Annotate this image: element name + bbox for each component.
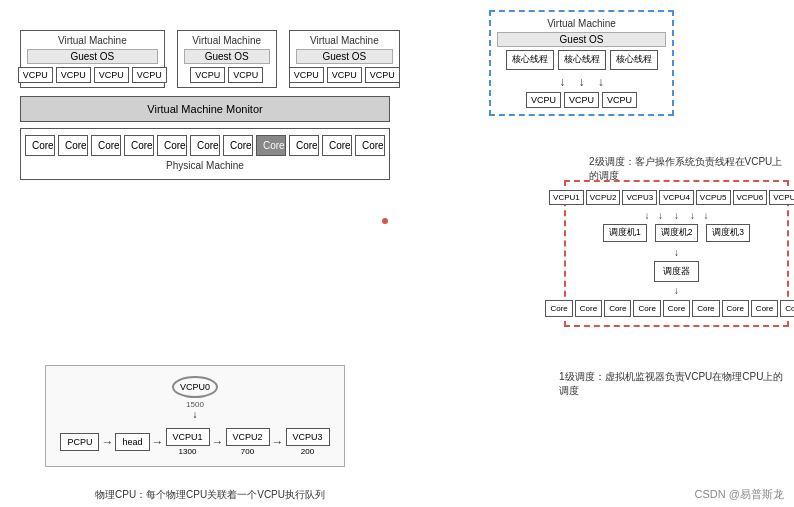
vcpu-cell: VCPU [289, 67, 324, 83]
vm3-guest-os: Guest OS [296, 49, 393, 64]
top-right-vcpu-row: VCPU VCPU VCPU [497, 92, 666, 108]
core-cell: Core [58, 135, 88, 156]
vcpu-cell: VCPU [94, 67, 129, 83]
vcpu1-num: 1300 [166, 447, 210, 456]
vcpu-top-cell: VCPU7 [769, 190, 794, 205]
vm-box-1: Virtual Machine Guest OS VCPU VCPU VCPU … [20, 30, 165, 88]
diagram-container: Virtual Machine Guest OS VCPU VCPU VCPU … [0, 0, 794, 507]
core-cell: Core [157, 135, 187, 156]
vcpu-cell: VCPU [602, 92, 637, 108]
kernel-box: 核心线程 [610, 50, 658, 70]
vm3-vcpu-row: VCPU VCPU VCPU [296, 67, 393, 83]
vcpu-cell: VCPU [132, 67, 167, 83]
sched-node-1: 调度机1 [603, 224, 647, 242]
vm-row: Virtual Machine Guest OS VCPU VCPU VCPU … [20, 30, 400, 88]
vcpu0-label: VCPU0 [172, 376, 218, 398]
core-bottom-cell: Core [575, 300, 602, 317]
mid-arrow-3: ↓ [574, 285, 779, 296]
vm2-guest-os: Guest OS [184, 49, 270, 64]
bottom-arrow-down: ↓ [56, 409, 334, 420]
vcpu-cell: VCPU [18, 67, 53, 83]
vcpu-top-cell: VCPU4 [659, 190, 694, 205]
queue-row: PCPU → head → VCPU1 1300 → VCPU2 700 → V… [56, 428, 334, 456]
vcpu-top-cell: VCPU3 [622, 190, 657, 205]
vmm-bar: Virtual Machine Monitor [20, 96, 390, 122]
bottom-caption: 物理CPU：每个物理CPU关联着一个VCPU执行队列 [30, 488, 390, 502]
arrow-right-4: → [272, 435, 284, 449]
core-bottom-cell: Core [545, 300, 572, 317]
vcpu-cell: VCPU [327, 67, 362, 83]
vcpu0-area: VCPU0 1500 [56, 376, 334, 409]
core-cell: Core [190, 135, 220, 156]
vcpu-cell: VCPU [365, 67, 400, 83]
head-wrapper: head [115, 433, 149, 451]
bottom-diagram: VCPU0 1500 ↓ PCPU → head → VCPU1 1300 → … [30, 365, 360, 467]
vcpu1-box: VCPU1 [166, 428, 210, 446]
kernel-box: 核心线程 [558, 50, 606, 70]
arrow-right-2: → [152, 435, 164, 449]
vcpu-top-cell: VCPU5 [696, 190, 731, 205]
top-right-vm: Virtual Machine Guest OS 核心线程 核心线程 核心线程 … [489, 10, 674, 116]
core-cell: Core [91, 135, 121, 156]
vm1-guest-os: Guest OS [27, 49, 158, 64]
core-cell: Core [322, 135, 352, 156]
pcpu-box: PCPU [60, 433, 99, 451]
sched-node-2: 调度机2 [655, 224, 699, 242]
vm2-title: Virtual Machine [184, 35, 270, 46]
vcpu3-wrapper: VCPU3 200 [286, 428, 330, 456]
core-bottom-row: Core Core Core Core Core Core Core Core … [574, 300, 779, 317]
core-bottom-cell: Core [780, 300, 794, 317]
vcpu2-wrapper: VCPU2 700 [226, 428, 270, 456]
level1-caption: 1级调度：虚拟机监视器负责VCPU在物理CPU上的调度 [559, 370, 789, 398]
vcpu-cell: VCPU [190, 67, 225, 83]
top-right-vm-title: Virtual Machine [497, 18, 666, 29]
core-row: Core Core Core Core Core Core Core Core … [29, 135, 381, 156]
vcpu1-wrapper: VCPU1 1300 [166, 428, 210, 456]
vm3-title: Virtual Machine [296, 35, 393, 46]
vm-box-2: Virtual Machine Guest OS VCPU VCPU [177, 30, 277, 88]
physical-machine: Core Core Core Core Core Core Core Core … [20, 128, 390, 180]
bottom-diagram-inner: VCPU0 1500 ↓ PCPU → head → VCPU1 1300 → … [45, 365, 345, 467]
core-bottom-cell: Core [722, 300, 749, 317]
dispatcher: 调度器 [654, 261, 699, 282]
vcpu3-box: VCPU3 [286, 428, 330, 446]
mid-arrows-1: ↓ ↓ ↓ ↓ ↓ [574, 210, 779, 221]
arrow-right-3: → [212, 435, 224, 449]
scheduler-box: VCPU1 VCPU2 VCPU3 VCPU4 VCPU5 VCPU6 VCPU… [564, 180, 789, 327]
kernel-box: 核心线程 [506, 50, 554, 70]
vcpu-cell: VCPU [228, 67, 263, 83]
head-box: head [115, 433, 149, 451]
vcpu-top-cell: VCPU6 [733, 190, 768, 205]
vcpu-top-cell: VCPU1 [549, 190, 584, 205]
core-cell: Core [124, 135, 154, 156]
core-bottom-cell: Core [633, 300, 660, 317]
scheduler-mid: 调度机1 调度机2 调度机3 [574, 224, 779, 242]
vcpu-cell: VCPU [56, 67, 91, 83]
vcpu2-num: 700 [226, 447, 270, 456]
core-bottom-cell: Core [692, 300, 719, 317]
sched-node-3: 调度机3 [706, 224, 750, 242]
level2-caption: 2级调度：客户操作系统负责线程在VCPU上的调度 [589, 155, 789, 183]
vcpu2-box: VCPU2 [226, 428, 270, 446]
vcpu0-num: 1500 [56, 400, 334, 409]
vm-box-3: Virtual Machine Guest OS VCPU VCPU VCPU [289, 30, 400, 88]
vm2-vcpu-row: VCPU VCPU [184, 67, 270, 83]
connector-dot [382, 218, 388, 224]
core-cell: Core [289, 135, 319, 156]
vcpu-cell: VCPU [526, 92, 561, 108]
left-section: Virtual Machine Guest OS VCPU VCPU VCPU … [10, 30, 400, 180]
core-cell: Core [223, 135, 253, 156]
kernel-row: 核心线程 核心线程 核心线程 [497, 50, 666, 70]
core-cell: Core [25, 135, 55, 156]
vcpu-top-cell: VCPU2 [586, 190, 621, 205]
core-bottom-cell: Core [751, 300, 778, 317]
arrow-right-1: → [101, 435, 113, 449]
vm1-vcpu-row: VCPU VCPU VCPU VCPU [27, 67, 158, 83]
pm-label: Physical Machine [29, 160, 381, 171]
arrows-down: ↓ ↓ ↓ [497, 75, 666, 89]
top-right-guest-os: Guest OS [497, 32, 666, 47]
watermark: CSDN @易普斯龙 [695, 487, 784, 502]
vcpu-top-row: VCPU1 VCPU2 VCPU3 VCPU4 VCPU5 VCPU6 VCPU… [574, 190, 779, 205]
vcpu-cell: VCPU [564, 92, 599, 108]
core-cell-highlighted: Core [256, 135, 286, 156]
